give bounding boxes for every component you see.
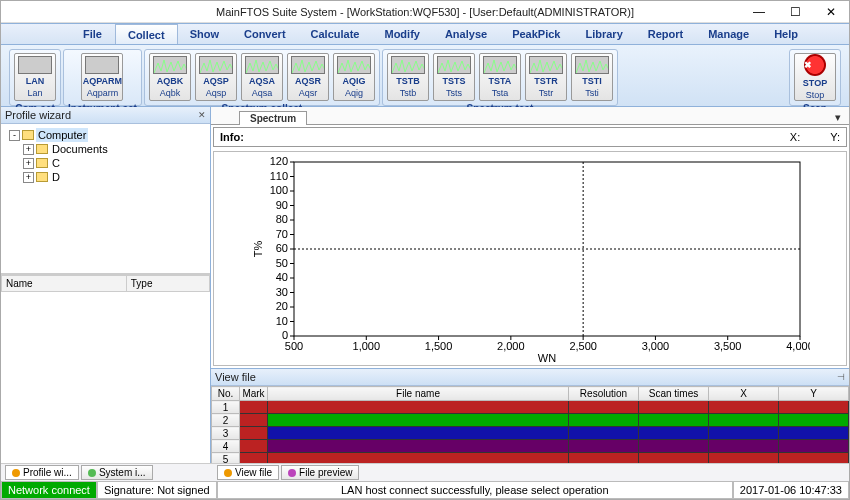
info-x-label: X: bbox=[790, 131, 800, 143]
menu-report[interactable]: Report bbox=[636, 24, 696, 44]
tree-node[interactable]: +D bbox=[5, 170, 206, 184]
viewfile-row[interactable]: 1 bbox=[212, 401, 849, 414]
bottom-tab[interactable]: System i... bbox=[81, 465, 153, 480]
svg-text:2,500: 2,500 bbox=[569, 340, 597, 352]
ribbon-lan-button[interactable]: LANLan bbox=[14, 53, 56, 101]
profile-col-name[interactable]: Name bbox=[2, 276, 127, 292]
menu-library[interactable]: Library bbox=[573, 24, 635, 44]
tab-spectrum[interactable]: Spectrum bbox=[239, 111, 307, 125]
left-panel: Profile wizard ✕ -Computer+Documents+C+D… bbox=[1, 107, 211, 463]
ribbon-tstb-button[interactable]: TSTBTstb bbox=[387, 53, 429, 101]
viewfile-row[interactable]: 3 bbox=[212, 427, 849, 440]
svg-text:80: 80 bbox=[276, 213, 288, 225]
ribbon-aqsr-button[interactable]: AQSRAqsr bbox=[287, 53, 329, 101]
maximize-button[interactable]: ☐ bbox=[777, 1, 813, 22]
menu-calculate[interactable]: Calculate bbox=[299, 24, 373, 44]
ribbon-group-com-set: LANLan Com set bbox=[9, 49, 61, 106]
ribbon-tsti-button[interactable]: TSTITsti bbox=[571, 53, 613, 101]
menu-peakpick[interactable]: PeakPick bbox=[500, 24, 573, 44]
view-file-title: View file ⊣ bbox=[211, 369, 849, 386]
status-message: LAN host connect successfully, please se… bbox=[217, 481, 733, 499]
info-bar: Info: X: Y: bbox=[213, 127, 847, 147]
status-signature: Signature: Not signed bbox=[97, 481, 217, 499]
ribbon-aqparm-button[interactable]: AQPARMAqparm bbox=[81, 53, 123, 101]
info-y-label: Y: bbox=[830, 131, 840, 143]
close-button[interactable]: ✕ bbox=[813, 1, 849, 22]
main-area: Profile wizard ✕ -Computer+Documents+C+D… bbox=[1, 107, 849, 463]
viewfile-row[interactable]: 2 bbox=[212, 414, 849, 427]
viewfile-row[interactable]: 5 bbox=[212, 453, 849, 464]
ribbon-group-scan: ✖STOPStop Scan bbox=[789, 49, 841, 106]
window-title: MainFTOS Suite System - [WorkStation:WQF… bbox=[216, 6, 634, 18]
status-network: Network connect bbox=[1, 481, 97, 499]
svg-text:2,000: 2,000 bbox=[497, 340, 525, 352]
menu-bar: FileCollectShowConvertCalculateModifyAna… bbox=[1, 23, 849, 45]
ribbon-aqig-button[interactable]: AQIGAqig bbox=[333, 53, 375, 101]
svg-text:1,000: 1,000 bbox=[353, 340, 381, 352]
right-panel: Spectrum ▾ Info: X: Y: 01020304050607080… bbox=[211, 107, 849, 463]
svg-text:3,500: 3,500 bbox=[714, 340, 742, 352]
ribbon-tsta-button[interactable]: TSTATsta bbox=[479, 53, 521, 101]
menu-show[interactable]: Show bbox=[178, 24, 232, 44]
viewfile-col[interactable]: File name bbox=[268, 387, 569, 401]
svg-text:500: 500 bbox=[285, 340, 303, 352]
svg-text:10: 10 bbox=[276, 314, 288, 326]
tree-node[interactable]: +C bbox=[5, 156, 206, 170]
bottom-tab[interactable]: Profile wi... bbox=[5, 465, 79, 480]
panel-close-icon[interactable]: ✕ bbox=[198, 110, 206, 120]
profile-col-type[interactable]: Type bbox=[126, 276, 209, 292]
spectrum-chart[interactable]: 01020304050607080901001101204,0003,5003,… bbox=[213, 151, 847, 366]
menu-convert[interactable]: Convert bbox=[232, 24, 299, 44]
svg-text:1,500: 1,500 bbox=[425, 340, 453, 352]
svg-text:100: 100 bbox=[270, 184, 288, 196]
viewfile-col[interactable]: Resolution bbox=[569, 387, 639, 401]
svg-text:40: 40 bbox=[276, 271, 288, 283]
svg-text:WN: WN bbox=[538, 352, 556, 364]
title-bar: MainFTOS Suite System - [WorkStation:WQF… bbox=[1, 1, 849, 23]
svg-text:110: 110 bbox=[270, 169, 288, 181]
svg-text:70: 70 bbox=[276, 227, 288, 239]
profile-tree[interactable]: -Computer+Documents+C+D bbox=[1, 124, 210, 274]
viewfile-row[interactable]: 4 bbox=[212, 440, 849, 453]
svg-text:120: 120 bbox=[270, 155, 288, 167]
ribbon-stop-button[interactable]: ✖STOPStop bbox=[794, 53, 836, 101]
viewfile-col[interactable]: Mark bbox=[240, 387, 268, 401]
ribbon-tstr-button[interactable]: TSTRTstr bbox=[525, 53, 567, 101]
ribbon-aqbk-button[interactable]: AQBKAqbk bbox=[149, 53, 191, 101]
menu-analyse[interactable]: Analyse bbox=[433, 24, 500, 44]
ribbon-group-instrument-set: AQPARMAqparm Instrument set bbox=[63, 49, 142, 106]
svg-text:20: 20 bbox=[276, 300, 288, 312]
menu-manage[interactable]: Manage bbox=[696, 24, 762, 44]
bottom-tab[interactable]: File preview bbox=[281, 465, 359, 480]
minimize-button[interactable]: — bbox=[741, 1, 777, 22]
ribbon-aqsp-button[interactable]: AQSPAqsp bbox=[195, 53, 237, 101]
tree-node[interactable]: +Documents bbox=[5, 142, 206, 156]
profile-wizard-title: Profile wizard ✕ bbox=[1, 107, 210, 124]
viewfile-col[interactable]: X bbox=[709, 387, 779, 401]
viewfile-col[interactable]: Y bbox=[779, 387, 849, 401]
svg-text:T%: T% bbox=[252, 240, 264, 257]
info-label: Info: bbox=[220, 131, 244, 143]
tab-dropdown-icon[interactable]: ▾ bbox=[831, 111, 845, 124]
ribbon-aqsa-button[interactable]: AQSAAqsa bbox=[241, 53, 283, 101]
bottom-tabs: Profile wi...System i... View fileFile p… bbox=[1, 463, 849, 481]
ribbon-tsts-button[interactable]: TSTSTsts bbox=[433, 53, 475, 101]
svg-text:4,000: 4,000 bbox=[786, 340, 810, 352]
viewfile-col[interactable]: Scan times bbox=[639, 387, 709, 401]
view-file-table[interactable]: No.MarkFile nameResolutionScan timesXY12… bbox=[211, 386, 849, 463]
menu-modify[interactable]: Modify bbox=[372, 24, 432, 44]
menu-file[interactable]: File bbox=[71, 24, 115, 44]
ribbon-group-spectrum-collect: AQBKAqbkAQSPAqspAQSAAqsaAQSRAqsrAQIGAqig… bbox=[144, 49, 380, 106]
spectrum-tabstrip: Spectrum ▾ bbox=[211, 107, 849, 125]
panel-title-text: Profile wizard bbox=[5, 109, 71, 121]
profile-grid: Name Type bbox=[1, 274, 210, 463]
status-time: 2017-01-06 10:47:33 bbox=[733, 481, 849, 499]
menu-collect[interactable]: Collect bbox=[115, 24, 178, 44]
bottom-tab[interactable]: View file bbox=[217, 465, 279, 480]
viewfile-col[interactable]: No. bbox=[212, 387, 240, 401]
svg-text:60: 60 bbox=[276, 242, 288, 254]
panel-pin-icon[interactable]: ⊣ bbox=[837, 372, 845, 382]
view-file-panel: View file ⊣ No.MarkFile nameResolutionSc… bbox=[211, 368, 849, 463]
tree-node[interactable]: -Computer bbox=[5, 128, 206, 142]
menu-help[interactable]: Help bbox=[762, 24, 811, 44]
